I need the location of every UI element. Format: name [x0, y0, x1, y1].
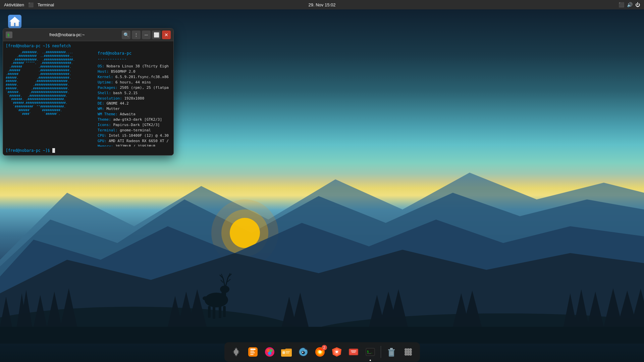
terminal-dock-icon: $ _ — [364, 346, 376, 358]
dock-brave[interactable] — [329, 344, 344, 360]
software-icon — [247, 346, 259, 358]
home-icon-image — [7, 13, 23, 29]
svg-rect-64 — [286, 353, 289, 353]
svg-point-88 — [405, 351, 407, 353]
nf-wm: WM: Mutter — [98, 106, 169, 112]
dock-files[interactable] — [279, 344, 294, 360]
terminal-minimize-button[interactable]: ─ — [142, 31, 151, 39]
prompt2-text: [fred@nobara-pc ~]$ — [6, 148, 52, 153]
settings-icon — [230, 346, 242, 358]
svg-point-60 — [268, 352, 271, 355]
svg-rect-62 — [282, 351, 285, 354]
dock-appgrid[interactable] — [400, 344, 416, 360]
nf-icons: Icons: Papirus-Dark [GTK2/3] — [98, 122, 169, 128]
nf-gpu: GPU: AMD ATI Radeon RX 6650 XT / — [98, 138, 169, 144]
active-app-name: Terminal — [38, 2, 54, 7]
dock-separator — [381, 346, 381, 358]
terminal-content: [fred@nobara-pc ~]$ neofetch .########. … — [3, 41, 173, 155]
nf-cpu: CPU: Intel i5-10400F (12) @ 4.30 — [98, 133, 169, 138]
terminal-controls: 🔍 ⋮ ─ ⬜ ✕ — [122, 31, 171, 39]
files-icon — [280, 346, 292, 358]
terminal-title-icon: $ — [6, 32, 12, 38]
dock-flashcard[interactable] — [346, 344, 361, 360]
dock-settings[interactable] — [228, 344, 244, 360]
nf-memory: Memory: 3873MiB / 31951MiB — [98, 144, 169, 146]
appgrid-icon — [402, 346, 414, 358]
svg-rect-55 — [250, 352, 255, 353]
svg-text:$ _: $ _ — [367, 350, 373, 353]
svg-rect-53 — [250, 349, 256, 350]
dock-trash[interactable] — [384, 344, 399, 360]
ascii-art: .########. ..###########.... .##########… — [4, 49, 95, 146]
svg-point-68 — [318, 350, 322, 354]
topbar-right: ⬛ 🔊 ⏻ — [619, 2, 640, 7]
svg-point-92 — [407, 353, 410, 356]
svg-point-89 — [407, 351, 410, 353]
topbar: Aktivitäten ⬛ Terminal 29. Nov 15:02 ⬛ 🔊… — [0, 0, 644, 9]
nf-packages: Packages: 2505 (rpm), 25 (flatpa — [98, 85, 169, 90]
svg-point-90 — [409, 351, 412, 353]
trash-icon — [385, 346, 397, 358]
terminal-titlebar: $ fred@nobara-pc:~ 🔍 ⋮ ─ ⬜ ✕ — [3, 28, 173, 41]
neofetch-output: .########. ..###########.... .##########… — [3, 49, 173, 146]
terminal-title-text: fred@nobara-pc:~ — [12, 32, 122, 37]
svg-text:$: $ — [7, 33, 9, 37]
nf-host: Host: B560MHP 2.0 — [98, 69, 169, 74]
topbar-datetime: 29. Nov 15:02 — [309, 2, 336, 7]
terminal-first-line: [fred@nobara-pc ~]$ neofetch — [3, 41, 173, 49]
terminal-second-line: [fred@nobara-pc ~]$ — [3, 146, 173, 155]
terminal-restore-button[interactable]: ⬜ — [152, 31, 161, 39]
steam-icon — [297, 346, 309, 358]
nf-wm-theme: WM Theme: Adwaita — [98, 112, 169, 117]
svg-rect-63 — [286, 351, 290, 352]
power-icon[interactable]: ⏻ — [635, 2, 640, 7]
prompt-text: [fred@nobara-pc ~]$ neofetch — [6, 44, 71, 48]
terminal-menu-button[interactable]: ⋮ — [132, 31, 141, 39]
terminal-window: $ fred@nobara-pc:~ 🔍 ⋮ ─ ⬜ ✕ [fred@nobar… — [3, 28, 174, 156]
neofetch-info: fred@nobara-pc ------------ OS: Nobara L… — [95, 49, 172, 146]
nf-de: DE: GNOME 44.2 — [98, 101, 169, 106]
nf-os: OS: Nobara Linux 38 (Thirty Eigh — [98, 64, 169, 69]
volume-icon[interactable]: 🔊 — [627, 2, 633, 7]
svg-point-87 — [409, 348, 412, 351]
svg-point-91 — [405, 353, 407, 356]
dock-colorpicker[interactable] — [262, 344, 277, 360]
dock-steam[interactable] — [296, 344, 311, 360]
svg-rect-73 — [351, 351, 356, 351]
dock-firefox[interactable]: 2 — [312, 344, 328, 360]
brave-icon — [331, 346, 343, 358]
taskbar-dock: 2 — [224, 342, 420, 362]
svg-rect-81 — [390, 348, 393, 350]
dock-terminal[interactable]: $ _ — [363, 344, 378, 360]
terminal-close-button[interactable]: ✕ — [162, 31, 171, 39]
terminal-search-button[interactable]: 🔍 — [122, 31, 130, 39]
svg-point-86 — [407, 348, 410, 351]
dock-software[interactable] — [245, 344, 261, 360]
firefox-badge: 2 — [322, 345, 327, 350]
taskbar: 2 — [0, 342, 644, 362]
nf-separator: ------------ — [98, 56, 169, 62]
nf-username: fred@nobara-pc — [98, 51, 169, 56]
nf-kernel: Kernel: 6.5.9-201.fsync.fc38.x86 — [98, 74, 169, 80]
svg-rect-78 — [367, 353, 371, 354]
nf-theme: Theme: adw-gtk3-dark [GTK2/3] — [98, 117, 169, 122]
colorpicker-icon — [264, 346, 276, 358]
nf-resolution: Resolution: 644x362 — [98, 96, 169, 101]
screen-icon[interactable]: ⬛ — [619, 2, 624, 7]
nf-uptime: Uptime: 6 hours, 44 mins — [98, 80, 169, 85]
svg-point-85 — [405, 348, 407, 351]
cursor-blink — [52, 148, 55, 153]
svg-rect-56 — [250, 354, 254, 355]
topbar-left: Aktivitäten ⬛ Terminal — [4, 2, 54, 7]
activities-button[interactable]: Aktivitäten — [4, 2, 24, 7]
nf-shell: Shell: bash 5.2.15 — [98, 90, 169, 96]
svg-rect-74 — [352, 352, 356, 353]
svg-point-93 — [409, 353, 412, 356]
flashcard-icon — [347, 346, 360, 358]
svg-rect-54 — [250, 351, 254, 352]
terminal-icon: $ — [7, 33, 11, 37]
nf-terminal: Terminal: gnome-terminal — [98, 128, 169, 133]
